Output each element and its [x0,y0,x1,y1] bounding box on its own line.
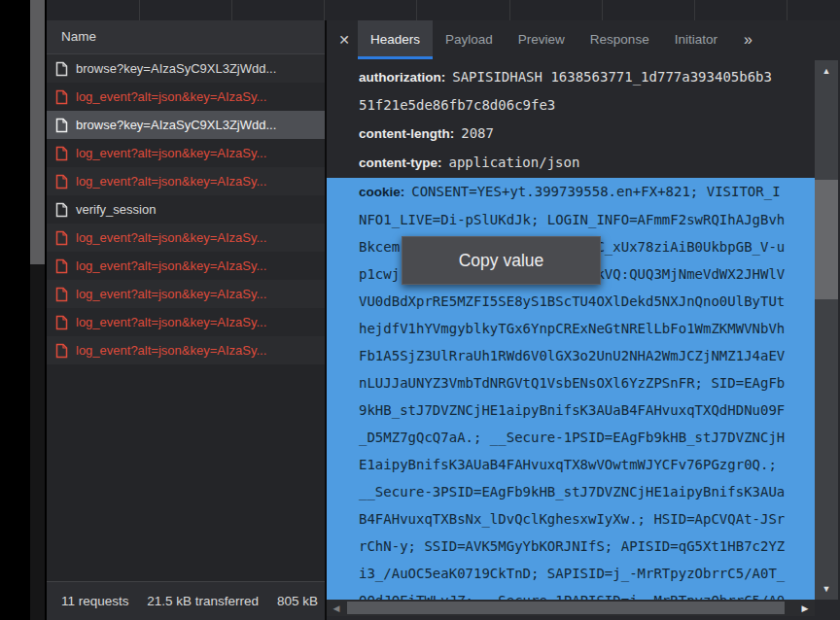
header-name: content-length: [359,126,454,141]
header-value: SAPISIDHASH 1638563771_1d777a393405b6b3 [452,69,772,85]
header-row-content-type: content-type:application/json [327,149,815,177]
cookie-value-line: rChN-y; SSID=AVK5MGyYbKORJNIfS; APISID=q… [359,533,815,560]
request-count: 11 requests [61,594,129,608]
request-name: log_event?alt=json&key=AIzaSy... [76,174,266,189]
request-name: log_event?alt=json&key=AIzaSy... [76,89,266,104]
overview-gridline [416,0,417,20]
scroll-right-icon[interactable]: ▶ [797,600,813,616]
tab-payload[interactable]: Payload [433,20,506,59]
cookie-value-line: 9kHB_stJ7DVZNCjHE1aipyBnifsK3AUaB4FAHvux… [359,396,815,424]
file-icon [55,202,68,218]
request-name: log_event?alt=json&key=AIzaSy... [76,315,266,329]
header-value: 51f21e5de86fb7c8d06c9fe3 [359,91,815,119]
vertical-scrollbar-thumb[interactable] [815,180,838,299]
file-icon [55,61,68,77]
cookie-value-line: VU0dBdXprRE5MZFI5SE8yS1BScTU4OXlDekd5NXJ… [359,288,815,315]
file-icon [55,118,68,133]
header-value: CONSENT=YES+yt.399739558.en+FX+821; VISI… [411,184,780,199]
cookie-value-line: hejdfV1hYVmgyblkyTGx6YnpCRExNeGtNRElLbFo… [359,315,815,342]
resources-size: 805 kB [277,594,318,608]
cookie-value-line: Fb1A5SjZ3UlRraUh1RWd6V0lGX3o2UnU2NHA2WmJ… [359,342,815,369]
file-icon [55,287,68,302]
page-scrollbar-thumb[interactable] [30,0,45,264]
scroll-left-icon[interactable]: ◀ [329,600,344,616]
request-details-panel: ✕ Headers Payload Preview Response Initi… [327,20,840,620]
headers-list: authorization:SAPISIDHASH 1638563771_1d7… [327,59,815,620]
cookie-value-line: __Secure-3PSID=EAgFb9kHB_stJ7DVZNCjHE1ai… [359,478,815,505]
request-row-log-event[interactable]: log_event?alt=json&key=AIzaSy... [47,308,325,336]
horizontal-scrollbar-thumb[interactable] [347,602,785,614]
request-row-log-event[interactable]: log_event?alt=json&key=AIzaSy... [47,336,325,364]
request-row-log-event[interactable]: log_event?alt=json&key=AIzaSy... [47,252,325,280]
cookie-value-line: _D5MZ7gQcQ7aA.; __Secure-1PSID=EAgFb9kHB… [359,424,815,451]
details-vertical-scrollbar[interactable]: ▲ ▼ [815,60,838,600]
tab-initiator[interactable]: Initiator [662,20,730,59]
cookie-value-line: B4FAHvuxqTXBsNx_lDvQclKghesxwIyXw.; HSID… [359,505,815,533]
header-value: 2087 [461,125,494,141]
request-name: log_event?alt=json&key=AIzaSy... [76,287,266,301]
tab-headers[interactable]: Headers [358,20,433,59]
file-icon [55,315,68,330]
header-name: cookie: [359,185,404,199]
request-name: log_event?alt=json&key=AIzaSy... [76,146,266,160]
request-row-log-event[interactable]: log_event?alt=json&key=AIzaSy... [47,167,325,195]
copy-value-label: Copy value [459,251,544,271]
header-row-authorization: authorization:SAPISIDHASH 1638563771_1d7… [327,63,815,119]
cookie-value-line: i3_/AuOC5eaK0719CkTnD; SAPISID=j_-MrRTpy… [359,560,815,587]
request-name: browse?key=AIzaSyC9XL3ZjWdd... [76,61,276,76]
request-name: verify_session [76,202,156,217]
overview-gridline [139,0,140,20]
request-name: log_event?alt=json&key=AIzaSy... [76,343,266,358]
request-row-log-event[interactable]: log_event?alt=json&key=AIzaSy... [47,83,325,111]
scroll-up-icon[interactable]: ▲ [815,62,838,80]
request-row-log-event[interactable]: log_event?alt=json&key=AIzaSy... [47,139,325,167]
tab-preview[interactable]: Preview [506,20,578,59]
request-row-log-event[interactable]: log_event?alt=json&key=AIzaSy... [47,224,325,252]
request-row-browse[interactable]: browse?key=AIzaSyC9XL3ZjWdd... [47,54,325,83]
file-icon [55,146,68,161]
network-overview-strip [47,0,840,21]
details-tabbar: ✕ Headers Payload Preview Response Initi… [327,20,840,59]
column-header-name[interactable]: Name [47,20,325,54]
tab-response[interactable]: Response [578,20,662,59]
file-icon [55,258,68,274]
scroll-down-icon[interactable]: ▼ [815,580,838,598]
overview-gridline [602,0,603,20]
request-name: browse?key=AIzaSyC9XL3ZjWdd... [76,118,276,132]
file-icon [55,174,68,189]
request-name: log_event?alt=json&key=AIzaSy... [76,258,266,273]
overview-gridline [509,0,510,20]
cookie-value-line: nLUJJaUNYZ3VmbTdNRGVtQ1VsbENsOXl6YzZPSnF… [359,369,815,396]
overview-gridline [694,0,695,20]
request-row-browse-selected[interactable]: browse?key=AIzaSyC9XL3ZjWdd... [47,111,325,139]
details-horizontal-scrollbar[interactable]: ◀ ▶ [327,600,815,616]
header-row-content-length: content-length:2087 [327,120,815,148]
request-name: log_event?alt=json&key=AIzaSy... [76,230,266,245]
request-row-verify-session[interactable]: verify_session [47,195,325,224]
file-icon [55,230,68,246]
more-tabs-icon[interactable]: » [736,20,760,59]
overview-gridline [324,0,325,20]
network-requests-panel: Name browse?key=AIzaSyC9XL3ZjWdd... log_… [47,20,325,620]
cookie-value-line: NFO1_LIVE=Di-pSlUKdJk; LOGIN_INFO=AFmmF2… [359,206,815,233]
transferred-size: 21.5 kB transferred [147,594,259,608]
header-value: application/json [449,155,580,170]
overview-gridline [787,0,788,20]
request-row-log-event[interactable]: log_event?alt=json&key=AIzaSy... [47,280,325,308]
overview-gridline [231,0,232,20]
cookie-value-line: E1aipyBnifsK3AUaB4FAHvuxqTX8wVOwtmWJYCFv… [359,451,815,478]
file-icon [55,343,68,359]
file-icon [55,89,68,105]
header-name: content-type: [359,155,442,170]
header-name: authorization: [359,70,445,85]
close-icon[interactable]: ✕ [331,20,358,59]
context-menu-copy-value[interactable]: Copy value [402,236,601,285]
network-summary-bar: 11 requests 21.5 kB transferred 805 kB [47,581,325,620]
